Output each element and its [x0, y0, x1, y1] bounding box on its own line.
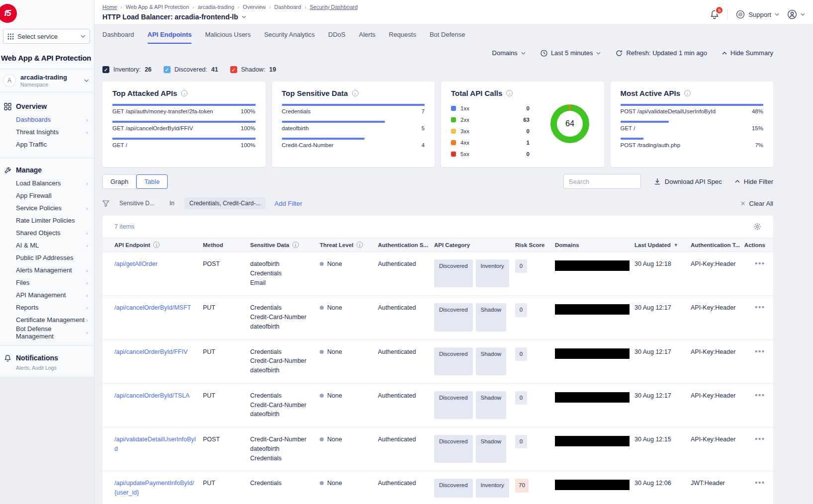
sidebar-item-app-traffic[interactable]: App Traffic: [16, 138, 89, 151]
support-icon: @: [736, 10, 745, 19]
sidebar-item-ai-ml[interactable]: AI & ML›: [16, 239, 89, 252]
notification-badge: 5: [715, 6, 723, 14]
apps-grid-icon: [7, 33, 14, 40]
support-menu[interactable]: @ Support: [736, 10, 779, 19]
domain-redacted-bar: [555, 480, 630, 490]
row-actions-menu-button[interactable]: •••: [755, 479, 765, 487]
sensitive-data-item: dateofbirth: [250, 322, 314, 332]
api-endpoint-link[interactable]: /api/validateDetailUserInfoById: [114, 436, 196, 452]
row-actions-menu-button[interactable]: •••: [755, 347, 765, 355]
column-header-api-endpoint[interactable]: API Endpointi: [114, 238, 203, 252]
notifications-bell-button[interactable]: 5: [710, 9, 720, 19]
sidebar-item-certificate-management[interactable]: Certificate Management›: [16, 314, 89, 326]
download-api-spec-button[interactable]: Download API Spec: [654, 178, 722, 185]
load-balancer-title-dropdown[interactable]: HTTP Load Balancer: arcadia-frontend-lb: [102, 13, 358, 21]
inventory-filter[interactable]: ✓Inventory: 26: [102, 66, 152, 73]
bar-label-row: POST /trading/auth.php7%: [621, 142, 764, 148]
row-actions-menu-button[interactable]: •••: [755, 259, 765, 267]
column-header-actions[interactable]: Actions: [753, 238, 773, 252]
info-icon[interactable]: i: [506, 90, 513, 96]
app-root: f5 Select service Web App & API Protecti…: [0, 0, 813, 504]
api-endpoint-link[interactable]: /api/cancelOrderById/MSFT: [114, 304, 191, 311]
breadcrumb-item-home[interactable]: Home: [102, 4, 117, 10]
table-settings-gear-icon[interactable]: [753, 223, 761, 231]
info-icon[interactable]: i: [153, 242, 160, 248]
hide-summary-button[interactable]: Hide Summary: [722, 49, 773, 57]
breadcrumb-item-arcadia-trading[interactable]: arcadia-trading: [198, 4, 234, 10]
column-header-sensitive-data[interactable]: Sensitive Datai: [250, 238, 320, 252]
tab-api-endpoints[interactable]: API Endpoints: [148, 31, 192, 44]
download-label: Download API Spec: [665, 178, 722, 185]
chevron-right-icon: ›: [86, 305, 88, 311]
api-endpoint-link[interactable]: /api/cancelOrderById/FFIV: [114, 348, 187, 355]
info-icon[interactable]: i: [684, 90, 691, 96]
sidebar-item-bot-defense-management[interactable]: Bot Defense Management›: [16, 326, 89, 338]
api-endpoint-link[interactable]: /api/updatePaymentInfoById/{user_id}: [114, 480, 194, 496]
info-icon[interactable]: i: [292, 242, 299, 248]
column-header-last-updated[interactable]: Last Updated▼: [634, 238, 691, 252]
sidebar-item-app-firewall[interactable]: App Firewall: [16, 189, 89, 202]
column-header-api-category[interactable]: API Category: [434, 238, 515, 252]
api-endpoint-link[interactable]: /api/getAllOrder: [114, 260, 158, 267]
tab-dashboard[interactable]: Dashboard: [102, 31, 134, 44]
column-header-authentication-s[interactable]: Authentication S...: [378, 238, 434, 252]
authentication-type-cell: API-Key:Header: [691, 252, 753, 295]
api-endpoint-link[interactable]: /api/cancelOrderById/TSLA: [114, 392, 189, 399]
graph-toggle-button[interactable]: Graph: [102, 174, 136, 189]
namespace-selector[interactable]: A arcadia-trading Namespace: [0, 69, 94, 92]
shadow-checkbox[interactable]: ✓: [230, 66, 237, 73]
sidebar-item-dashboards[interactable]: Dashboards›: [16, 113, 89, 126]
domains-dropdown[interactable]: Domains: [492, 49, 526, 57]
tab-security-analytics[interactable]: Security Analytics: [264, 31, 315, 44]
column-header-risk-score[interactable]: Risk Score: [515, 238, 555, 252]
sidebar-item-public-ip-addresses[interactable]: Public IP Addresses: [16, 252, 89, 264]
column-header-threat-level[interactable]: Threat Leveli: [320, 238, 378, 252]
sidebar-item-alerts-management[interactable]: Alerts Management›: [16, 264, 89, 276]
account-menu[interactable]: [787, 9, 805, 19]
sidebar-item-reports[interactable]: Reports›: [16, 301, 89, 314]
filter-label: Discovered:: [175, 66, 207, 73]
sidebar-item-load-balancers[interactable]: Load Balancers›: [16, 177, 89, 189]
clear-all-button[interactable]: ✕ Clear All: [740, 200, 773, 207]
threat-level-dot: [320, 350, 324, 354]
sidebar-item-shared-objects[interactable]: Shared Objects›: [16, 227, 89, 239]
row-actions-menu-button[interactable]: •••: [755, 391, 765, 399]
add-filter-button[interactable]: Add Filter: [274, 200, 302, 207]
authentication-state-cell: Authenticated: [378, 384, 434, 427]
discovered-filter[interactable]: ✓Discovered: 41: [164, 66, 218, 73]
breadcrumb-item-security-dashboard[interactable]: Security Dashboard: [310, 4, 358, 10]
info-icon[interactable]: i: [357, 242, 363, 248]
row-actions-menu-button[interactable]: •••: [755, 435, 765, 443]
info-icon[interactable]: i: [181, 90, 187, 96]
search-input[interactable]: [563, 174, 641, 189]
sidebar-item-api-management[interactable]: API Management›: [16, 289, 89, 301]
breadcrumb-item-web-app-api-protection[interactable]: Web App & API Protection: [126, 4, 189, 10]
tab-requests[interactable]: Requests: [389, 31, 416, 44]
time-range-dropdown[interactable]: Last 5 minutes: [541, 49, 601, 57]
select-service-dropdown[interactable]: Select service: [3, 29, 90, 44]
table-toggle-button[interactable]: Table: [136, 174, 168, 189]
filter-value-chip[interactable]: Credentials, Credit-Card-...: [184, 197, 266, 209]
sidebar-item-rate-limiter-policies[interactable]: Rate Limiter Policies: [16, 214, 89, 227]
filter-field-chip[interactable]: Sensitive D...: [114, 197, 160, 209]
inventory-checkbox[interactable]: ✓: [102, 66, 109, 73]
discovered-checkbox[interactable]: ✓: [164, 66, 171, 73]
sort-descending-icon[interactable]: ▼: [674, 243, 678, 248]
tab-bot-defense[interactable]: Bot Defense: [430, 31, 465, 44]
sidebar-item-files[interactable]: Files›: [16, 276, 89, 289]
tab-malicious-users[interactable]: Malicious Users: [205, 31, 251, 44]
hide-filter-button[interactable]: Hide Filter: [735, 178, 773, 185]
breadcrumb-item-overview[interactable]: Overview: [243, 4, 266, 10]
info-icon[interactable]: i: [352, 90, 359, 96]
shadow-filter[interactable]: ✓Shadow: 19: [230, 66, 276, 73]
row-actions-menu-button[interactable]: •••: [755, 303, 765, 311]
tab-ddos[interactable]: DDoS: [328, 31, 346, 44]
sidebar-item-service-policies[interactable]: Service Policies›: [16, 202, 89, 214]
column-header-method[interactable]: Method: [203, 238, 250, 252]
sidebar-item-threat-insights[interactable]: Threat Insights›: [16, 126, 89, 138]
refresh-button[interactable]: Refresh: Updated 1 min ago: [616, 49, 707, 57]
breadcrumb-item-dashboard[interactable]: Dashboard: [274, 4, 301, 10]
column-header-domains[interactable]: Domains: [555, 238, 634, 252]
filter-operator-chip[interactable]: In: [165, 197, 180, 209]
tab-alerts[interactable]: Alerts: [359, 31, 375, 44]
